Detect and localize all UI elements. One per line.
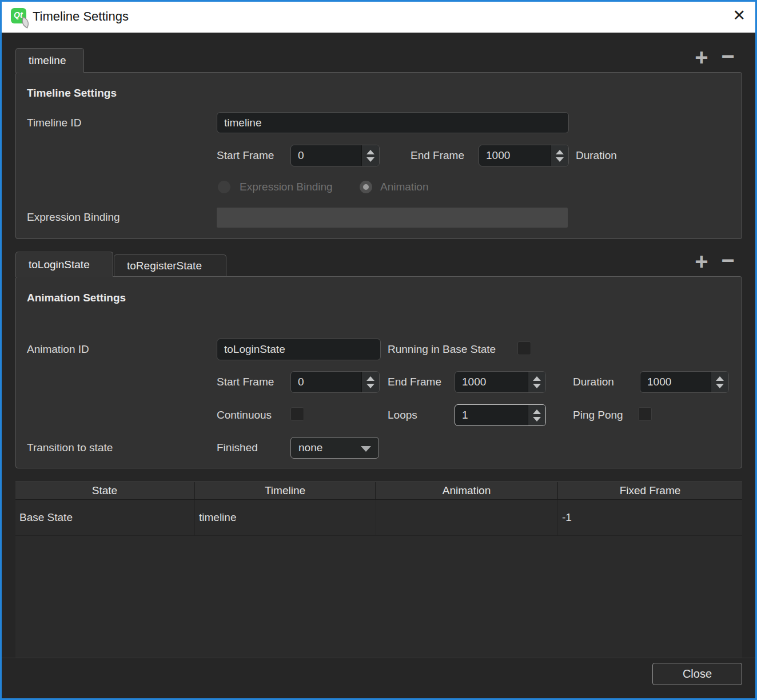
spinner-buttons[interactable] (711, 372, 728, 392)
qt-design-studio-icon: Qt (11, 8, 26, 23)
spin-down-icon[interactable] (366, 157, 374, 162)
animation-id-label: Animation ID (27, 339, 89, 360)
cell-animation (376, 500, 558, 535)
finished-state-dropdown[interactable]: none (290, 437, 379, 459)
continuous-label: Continuous (217, 404, 272, 426)
spin-up-icon[interactable] (366, 376, 374, 381)
state-table-header: State Timeline Animation Fixed Frame (15, 482, 742, 500)
spin-up-icon[interactable] (533, 409, 541, 414)
tab-tologinstate-label: toLoginState (29, 258, 90, 271)
spin-down-icon[interactable] (533, 384, 541, 388)
spinner-buttons[interactable] (361, 145, 379, 166)
spinner-buttons[interactable] (528, 372, 545, 392)
start-frame-label: Start Frame (217, 145, 274, 166)
expression-binding-input (217, 208, 568, 228)
timeline-id-label: Timeline ID (27, 112, 81, 134)
table-row[interactable]: Base State timeline -1 (15, 500, 742, 536)
running-in-base-state-label: Running in Base State (388, 339, 496, 360)
tab-toregisterstate[interactable]: toRegisterState (114, 254, 226, 276)
continuous-checkbox[interactable] (290, 407, 304, 421)
ping-pong-checkbox[interactable] (638, 407, 652, 421)
spinner-buttons[interactable] (361, 372, 379, 392)
animation-radio-label: Animation (380, 176, 429, 198)
spin-down-icon[interactable] (366, 384, 374, 388)
close-window-icon[interactable]: ✕ (732, 0, 746, 33)
animation-settings-heading: Animation Settings (27, 292, 126, 304)
end-frame-label: End Frame (411, 145, 464, 166)
column-header-fixed-frame[interactable]: Fixed Frame (558, 482, 742, 499)
animation-radio[interactable] (360, 181, 372, 193)
column-header-state[interactable]: State (15, 482, 195, 499)
spin-up-icon[interactable] (716, 376, 724, 381)
anim-start-frame-spinbox[interactable]: 0 (290, 371, 380, 393)
add-timeline-button[interactable]: + (690, 46, 713, 69)
timeline-settings-heading: Timeline Settings (27, 87, 117, 100)
spinner-buttons[interactable] (551, 145, 568, 166)
spin-down-icon[interactable] (716, 384, 724, 388)
spinner-buttons[interactable] (528, 405, 545, 425)
transition-to-state-label: Transition to state (27, 437, 113, 459)
close-button[interactable]: Close (652, 663, 742, 685)
animation-id-input[interactable] (217, 339, 381, 360)
end-frame-spinbox[interactable]: 1000 (479, 145, 569, 166)
remove-timeline-button[interactable]: − (716, 45, 739, 68)
state-table: State Timeline Animation Fixed Frame Bas… (15, 482, 742, 658)
anim-start-frame-value[interactable]: 0 (298, 372, 304, 392)
chevron-down-icon (361, 446, 371, 452)
spin-up-icon[interactable] (533, 376, 541, 381)
spin-down-icon[interactable] (533, 417, 541, 421)
cell-timeline: timeline (195, 500, 376, 535)
start-frame-value[interactable]: 0 (298, 145, 304, 166)
spin-up-icon[interactable] (556, 150, 564, 154)
anim-end-frame-label: End Frame (388, 371, 441, 393)
anim-duration-spinbox[interactable]: 1000 (640, 371, 729, 393)
column-header-animation[interactable]: Animation (376, 482, 558, 499)
spin-down-icon[interactable] (556, 157, 564, 162)
start-frame-spinbox[interactable]: 0 (290, 145, 380, 166)
footer-divider (2, 658, 755, 658)
anim-duration-value[interactable]: 1000 (647, 372, 671, 392)
finished-label: Finished (217, 437, 258, 459)
window-title: Timeline Settings (33, 0, 129, 33)
tab-timeline-label: timeline (29, 54, 66, 67)
add-animation-button[interactable]: + (690, 250, 713, 273)
expression-binding-radio[interactable] (218, 181, 230, 193)
tab-tologinstate[interactable]: toLoginState (15, 252, 113, 277)
anim-end-frame-spinbox[interactable]: 1000 (455, 371, 546, 393)
duration-label: Duration (576, 145, 617, 166)
column-header-timeline[interactable]: Timeline (195, 482, 376, 499)
spin-up-icon[interactable] (366, 150, 374, 154)
loops-label: Loops (388, 404, 417, 426)
anim-end-frame-value[interactable]: 1000 (462, 372, 486, 392)
running-in-base-state-checkbox[interactable] (517, 341, 531, 355)
title-bar: Qt Timeline Settings ✕ (0, 0, 757, 33)
expression-binding-label: Expression Binding (27, 206, 120, 228)
tab-timeline[interactable]: timeline (15, 48, 84, 73)
end-frame-value[interactable]: 1000 (486, 145, 510, 166)
anim-duration-label: Duration (573, 371, 614, 393)
finished-state-value: none (298, 438, 322, 458)
timeline-id-input[interactable] (217, 112, 569, 133)
loops-value[interactable]: 1 (462, 405, 468, 425)
cell-state: Base State (15, 500, 195, 535)
ping-pong-label: Ping Pong (573, 404, 623, 426)
anim-start-frame-label: Start Frame (217, 371, 274, 393)
cell-fixed-frame: -1 (558, 500, 742, 535)
timeline-settings-dialog: Qt Timeline Settings ✕ timeline + − Time… (0, 0, 757, 700)
remove-animation-button[interactable]: − (716, 249, 739, 272)
loops-spinbox[interactable]: 1 (455, 404, 546, 426)
tab-toregisterstate-label: toRegisterState (127, 260, 202, 272)
expression-binding-radio-label: Expression Binding (240, 176, 333, 198)
